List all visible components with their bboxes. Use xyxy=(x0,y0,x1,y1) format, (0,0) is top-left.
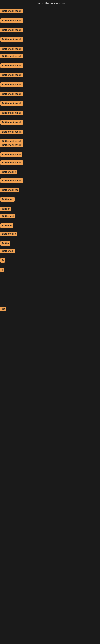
list-item[interactable]: B xyxy=(0,258,5,264)
list-item[interactable]: Bottleneck result xyxy=(0,130,23,135)
list-item[interactable]: Bottleneck result xyxy=(0,64,23,69)
list-item[interactable]: Bottleneck r xyxy=(0,170,17,175)
site-title: TheBottlenecker.com xyxy=(0,0,100,7)
bottleneck-result-badge[interactable]: Bottleneck result xyxy=(0,120,23,124)
bottleneck-result-badge[interactable]: Bottleneck result xyxy=(0,28,23,32)
bottleneck-result-badge[interactable]: Bottleneck resul xyxy=(0,152,22,157)
bottleneck-result-badge[interactable]: Bottleneck result xyxy=(0,101,23,106)
bottleneck-result-badge[interactable]: Bottlenec xyxy=(0,249,15,253)
bottleneck-result-badge[interactable]: Bottlene xyxy=(0,224,13,228)
bottleneck-result-badge[interactable]: Bottleneck result xyxy=(0,9,23,13)
list-item[interactable]: Bottlenec xyxy=(0,249,15,254)
list-item[interactable]: Bottleneck result xyxy=(0,28,23,33)
list-item[interactable]: Bottleneck result xyxy=(0,73,23,78)
bottleneck-result-badge[interactable]: Bottleneck result xyxy=(0,54,23,58)
bottleneck-result-badge[interactable]: Bottleneck result xyxy=(0,111,23,115)
bottleneck-result-badge[interactable]: Bottleneck result xyxy=(0,82,23,87)
list-item[interactable]: Bottleneck xyxy=(0,214,15,219)
bottleneck-result-badge[interactable]: Bottleneck result xyxy=(0,178,23,183)
list-item[interactable]: Bottlene xyxy=(0,224,13,228)
list-item[interactable]: Bottlenec xyxy=(0,197,15,202)
bottleneck-result-badge[interactable]: Bottleneck result xyxy=(0,130,23,134)
list-item[interactable]: Bottleneck res xyxy=(0,188,19,193)
bottleneck-result-badge[interactable]: Bottlenec xyxy=(0,197,15,202)
list-item[interactable]: Bottleneck result xyxy=(0,111,23,116)
list-item[interactable]: Bottle xyxy=(0,241,10,246)
bottleneck-result-badge[interactable]: Bottleneck result xyxy=(0,64,23,68)
bottleneck-result-badge[interactable]: Bottleneck result xyxy=(0,160,23,165)
bottleneck-result-badge[interactable]: | xyxy=(0,268,3,272)
bottleneck-result-badge[interactable]: Bottleneck res xyxy=(0,188,19,192)
list-item[interactable]: Bottleneck result xyxy=(0,47,23,52)
bottleneck-result-badge[interactable]: Bottleneck result xyxy=(0,92,23,96)
list-item[interactable]: Bottleneck result xyxy=(0,9,23,14)
bottleneck-result-badge[interactable]: B xyxy=(0,258,5,263)
list-item[interactable]: Bottleneck r xyxy=(0,232,17,237)
bottleneck-result-badge[interactable]: Bottleneck r xyxy=(0,170,17,174)
list-item[interactable]: Bottleneck result xyxy=(0,54,23,59)
list-item[interactable]: Bottler xyxy=(0,207,11,212)
bottleneck-result-badge[interactable]: Bo xyxy=(0,307,6,311)
list-item[interactable]: Bottleneck result xyxy=(0,160,23,166)
bottleneck-result-badge[interactable]: Bottleneck xyxy=(0,214,15,218)
bottleneck-result-badge[interactable]: Bottleneck result xyxy=(0,37,23,42)
list-item[interactable]: Bottleneck result xyxy=(0,82,23,88)
list-item[interactable]: Bottleneck result xyxy=(0,178,23,184)
bottleneck-result-badge[interactable]: Bottler xyxy=(0,207,11,211)
bottleneck-result-badge[interactable]: Bottleneck r xyxy=(0,232,17,236)
list-item[interactable]: Bo xyxy=(0,307,6,312)
bottleneck-result-badge[interactable]: Bottle xyxy=(0,241,10,246)
list-item[interactable]: Bottleneck resul xyxy=(0,152,22,158)
bottleneck-result-badge[interactable]: Bottleneck result xyxy=(0,18,23,23)
list-item[interactable]: Bottleneck result xyxy=(0,37,23,42)
list-item[interactable]: | xyxy=(0,268,3,273)
bottleneck-result-badge[interactable]: Bottleneck result xyxy=(0,47,23,51)
bottleneck-result-badge[interactable]: Bottleneck result xyxy=(0,143,23,147)
list-item[interactable]: Bottleneck result xyxy=(0,101,23,106)
list-item[interactable]: Bottleneck result xyxy=(0,18,23,24)
list-item[interactable]: Bottleneck result xyxy=(0,143,23,148)
list-item[interactable]: Bottleneck result xyxy=(0,120,23,126)
list-item[interactable]: Bottleneck result xyxy=(0,92,23,97)
bottleneck-result-badge[interactable]: Bottleneck result xyxy=(0,73,23,77)
